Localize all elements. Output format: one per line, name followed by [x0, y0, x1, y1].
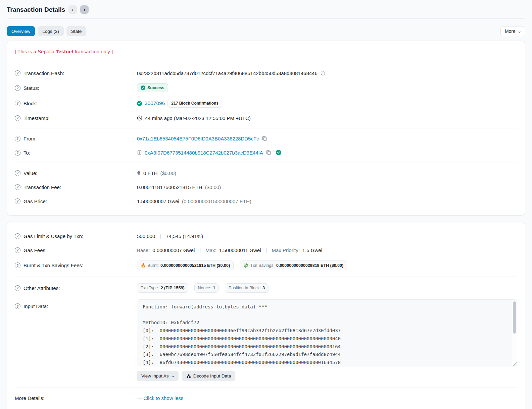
resize-handle[interactable]: [512, 361, 517, 366]
transaction-hash-row: ? Transaction Hash: 0x2322b311adcb5da737…: [15, 66, 517, 80]
transaction-details-page: Transaction Details ‹ › Overview Logs (3…: [0, 0, 532, 409]
row-label: ? Other Attributes:: [15, 285, 137, 291]
burnt-savings-label: Burnt & Txn Savings Fees:: [23, 262, 83, 268]
help-icon[interactable]: ?: [15, 136, 20, 141]
decode-blocks-icon: [186, 374, 191, 378]
help-icon[interactable]: ?: [15, 247, 20, 253]
help-icon[interactable]: ?: [15, 115, 20, 121]
decode-input-data-label: Decode Input Data: [193, 373, 231, 378]
scrollbar-thumb[interactable]: [513, 301, 516, 334]
gas-limit-row: ? Gas Limit & Usage by Txn: 500,000 74,5…: [15, 229, 517, 243]
block-confirmations-badge: 217 Block Confirmations: [167, 99, 222, 108]
row-label: ? Block:: [15, 101, 137, 106]
block-label: Block:: [23, 101, 37, 106]
row-label: ? Gas Fees:: [15, 247, 137, 253]
row-label: ? Burnt & Txn Savings Fees:: [15, 262, 137, 268]
copy-hash-button[interactable]: [320, 70, 326, 76]
timestamp-row: ? Timestamp: 44 mins ago (Mar-02-2023 12…: [15, 111, 517, 125]
status-label: Status:: [23, 85, 39, 91]
copy-icon: [262, 136, 267, 141]
to-address-link[interactable]: 0xA3f07D6773514480b918C2742b027b3acD9E44…: [145, 150, 263, 156]
from-address-link[interactable]: 0x71a1Eb6534054E75F0D6fD0A3B0A336228DD5c…: [137, 136, 259, 141]
row-label: ? Transaction Hash:: [15, 70, 137, 76]
details-card: ? Gas Limit & Usage by Txn: 500,000 74,5…: [7, 222, 525, 409]
next-transaction-button[interactable]: ›: [80, 5, 89, 14]
divider: [15, 388, 517, 388]
nonce-badge: Nonce: 1: [194, 283, 219, 293]
row-label: ? From:: [15, 136, 137, 141]
row-label: ? Timestamp:: [15, 115, 137, 121]
copy-icon: [320, 70, 326, 76]
help-icon[interactable]: ?: [15, 70, 20, 76]
tabs-bar: Overview Logs (3) State More ⌄: [7, 26, 525, 36]
max-fee-label: Max:: [205, 247, 216, 253]
help-icon[interactable]: ?: [15, 198, 20, 204]
transaction-fee-amount: 0.000111817500521815 ETH: [137, 184, 202, 190]
check-circle-icon: [137, 101, 142, 106]
txn-type-value: 2 (EIP-1559): [161, 286, 185, 290]
help-icon[interactable]: ?: [15, 233, 20, 239]
gas-price-label: Gas Price:: [23, 198, 47, 204]
testnet-notice: [ This is a Sepolia Testnet transaction …: [15, 48, 517, 60]
row-label: More Details:: [15, 395, 137, 401]
row-label: ? Value:: [15, 170, 137, 176]
help-icon[interactable]: ?: [15, 262, 20, 268]
view-input-as-button[interactable]: View Input As ⌄: [137, 371, 179, 381]
gas-price-eth: (0.000000001500000007 ETH): [182, 198, 251, 204]
input-data-textarea[interactable]: Function: forward(address to,bytes data)…: [137, 299, 517, 366]
help-icon[interactable]: ?: [15, 85, 20, 91]
input-data-label: Input Data:: [23, 303, 48, 309]
tab-overview[interactable]: Overview: [7, 26, 35, 36]
help-icon[interactable]: ?: [15, 184, 20, 190]
row-label: ? Gas Price:: [15, 198, 137, 204]
clock-icon: [137, 115, 142, 121]
gas-used-value: 74,545 (14.91%): [166, 233, 203, 239]
txn-savings-badge: 💸 Txn Savings: 0.00000000000029818 ETH (…: [240, 260, 347, 270]
block-row: ? Block: 3007096 217 Block Confirmations: [15, 96, 517, 111]
header-divider: [7, 18, 525, 19]
txn-type-badge: Txn Type: 2 (EIP-1559): [137, 283, 188, 293]
block-number-link[interactable]: 3007096: [145, 100, 165, 106]
previous-transaction-button[interactable]: ‹: [68, 5, 77, 14]
more-dropdown-label: More: [505, 28, 516, 34]
burnt-badge: 🔥 Burnt: 0.000000000000521815 ETH ($0.00…: [137, 260, 234, 270]
timestamp-label: Timestamp:: [23, 115, 50, 121]
more-details-row: More Details: — Click to show less: [15, 391, 517, 405]
verified-check-icon: [276, 150, 281, 155]
copy-icon: [266, 150, 271, 155]
txn-type-label: Txn Type:: [141, 286, 159, 290]
input-data-container: Function: forward(address to,bytes data)…: [137, 299, 517, 366]
txn-savings-label: Txn Savings:: [250, 263, 275, 268]
more-dropdown-button[interactable]: More ⌄: [500, 26, 525, 36]
show-less-link[interactable]: — Click to show less: [137, 395, 183, 401]
help-icon[interactable]: ?: [15, 101, 20, 106]
divider: [15, 277, 517, 277]
more-details-label: More Details:: [15, 395, 44, 401]
nonce-value: 1: [213, 286, 215, 290]
position-label: Position In Block:: [229, 286, 261, 290]
copy-to-address-button[interactable]: [266, 150, 271, 155]
separator: [197, 247, 203, 253]
tab-logs[interactable]: Logs (3): [38, 26, 64, 36]
gas-fees-label: Gas Fees:: [23, 247, 47, 253]
chevron-down-icon: ⌄: [171, 374, 175, 378]
decode-input-data-button[interactable]: Decode Input Data: [182, 371, 236, 381]
help-icon[interactable]: ?: [15, 303, 20, 309]
help-icon[interactable]: ?: [15, 285, 20, 291]
help-icon[interactable]: ?: [15, 150, 20, 156]
page-title: Transaction Details: [7, 6, 65, 13]
value-row: ? Value: 0 ETH ($0.00): [15, 166, 517, 180]
money-wings-icon: 💸: [243, 263, 249, 268]
transaction-fee-row: ? Transaction Fee: 0.000111817500521815 …: [15, 180, 517, 194]
separator: [264, 247, 269, 253]
row-label: ? Gas Limit & Usage by Txn:: [15, 233, 137, 239]
help-icon[interactable]: ?: [15, 170, 20, 176]
tab-state[interactable]: State: [66, 26, 87, 36]
separator: [158, 233, 163, 239]
nonce-label: Nonce:: [198, 286, 211, 290]
transaction-hash-value: 0x2322b311adcb5da737d012cdcf71a4a29f4068…: [137, 70, 318, 76]
copy-from-address-button[interactable]: [262, 136, 267, 141]
gas-fees-row: ? Gas Fees: Base: 0.000000007 Gwei Max: …: [15, 243, 517, 257]
value-label: Value:: [23, 170, 37, 176]
row-label: ? Status:: [15, 85, 137, 91]
